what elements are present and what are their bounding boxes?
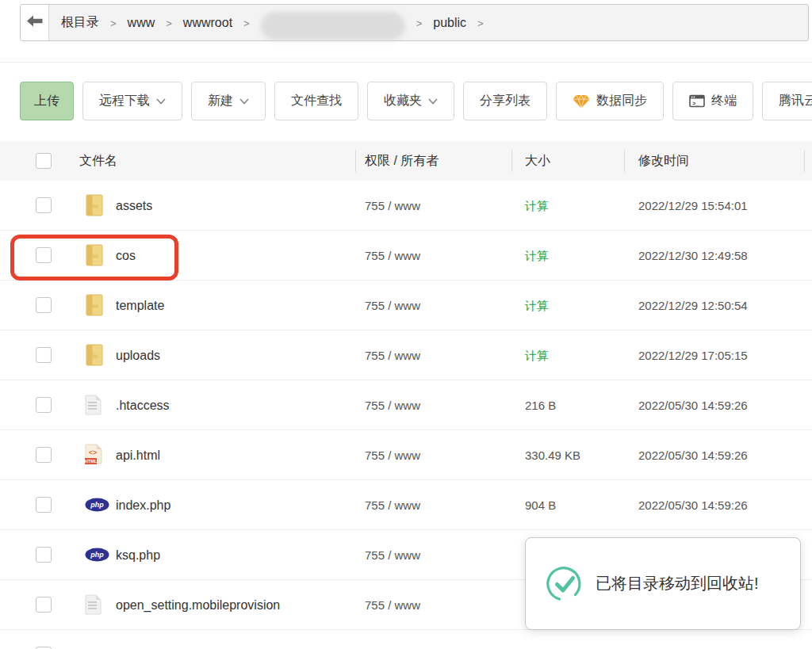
row-checkbox[interactable] [36, 397, 52, 413]
file-name[interactable]: assets [116, 181, 152, 231]
success-toast: 已将目录移动到回收站! [525, 537, 801, 630]
upload-button[interactable]: 上传 [20, 82, 74, 120]
file-search-button[interactable]: 文件查找 [274, 82, 358, 120]
file-name[interactable]: index.php [116, 480, 170, 530]
column-divider [511, 150, 512, 172]
breadcrumb-separator: > [166, 17, 172, 29]
row-checkbox[interactable] [36, 347, 52, 363]
table-row: <> HTML php api.html 755 / www 330.49 KB… [0, 430, 812, 480]
favorites-button[interactable]: 收藏夹 [367, 82, 454, 120]
breadcrumb-item-wwwroot[interactable]: wwwroot [183, 16, 232, 30]
perm-owner: 755 / www [365, 380, 420, 430]
chevron-down-icon [156, 98, 166, 105]
svg-text:>_: >_ [692, 100, 699, 107]
column-header-size[interactable]: 大小 [525, 141, 550, 181]
share-list-button[interactable]: 分享列表 [463, 82, 547, 120]
mtime: 2022/12/29 17:05:15 [638, 330, 748, 380]
new-button-label: 新建 [208, 93, 233, 109]
perm-owner: 755 / www [365, 281, 420, 330]
chevron-down-icon [428, 98, 438, 105]
breadcrumb: 根目录 > www > wwwroot > > public > [49, 5, 484, 40]
column-divider [804, 150, 805, 172]
breadcrumb-separator: > [416, 17, 423, 29]
table-row: <> HTML php assets 755 / www 计算 2022/12/… [0, 181, 812, 231]
column-header-perm-owner: 权限 / 所有者 [365, 141, 439, 181]
breadcrumb-item-root[interactable]: 根目录 [61, 14, 99, 31]
perm-owner: 755 / www [365, 181, 420, 231]
file-size: 216 B [525, 380, 556, 430]
redacted-path-segment [261, 12, 405, 40]
file-size: 330.49 KB [525, 430, 580, 480]
back-button[interactable] [21, 5, 49, 40]
breadcrumb-item-public[interactable]: public [433, 16, 466, 30]
toolbar: 上传 远程下载 新建 文件查找 收藏夹 分享列表 数据同步 [20, 82, 812, 120]
svg-text:php: php [90, 501, 104, 509]
file-name[interactable]: ksq.php [116, 530, 160, 580]
row-checkbox[interactable] [36, 447, 52, 463]
svg-text:<>: <> [89, 449, 98, 456]
chevron-down-icon [239, 98, 249, 105]
column-divider [624, 150, 625, 172]
remote-download-button[interactable]: 远程下载 [82, 82, 182, 120]
file-size[interactable]: 计算 [525, 181, 549, 231]
path-bar: 根目录 > www > wwwroot > > public > [20, 4, 809, 41]
tencent-cos-button[interactable]: 腾讯云 [762, 82, 812, 120]
mtime: 2022/12/29 12:50:54 [638, 281, 748, 330]
mtime: 2022/12/30 12:49:58 [638, 231, 748, 281]
terminal-label: 终端 [711, 93, 737, 109]
file-size[interactable]: 计算 [525, 231, 549, 281]
new-button[interactable]: 新建 [191, 82, 266, 120]
text-file-icon [85, 395, 102, 415]
perm-owner: 755 / www [365, 330, 420, 380]
select-all-checkbox[interactable] [36, 153, 52, 169]
row-checkbox[interactable] [36, 597, 52, 613]
file-size: 904 B [525, 480, 556, 530]
file-name[interactable]: open_setting.mobileprovision [116, 580, 280, 630]
breadcrumb-separator: > [243, 17, 250, 29]
back-arrow-icon [27, 15, 43, 30]
terminal-button[interactable]: >_ 终端 [672, 82, 753, 120]
folder-icon [85, 344, 104, 366]
mtime: 2022/05/30 14:59:26 [638, 430, 748, 480]
file-name[interactable]: .htaccess [116, 380, 170, 430]
table-row: <> HTML php uploads 755 / www 计算 2022/12… [0, 330, 812, 380]
php-file-icon: php [85, 498, 109, 512]
breadcrumb-item-www[interactable]: www [128, 16, 155, 30]
column-header-name[interactable]: 文件名 [79, 141, 117, 181]
share-list-label: 分享列表 [480, 93, 530, 109]
row-checkbox[interactable] [36, 247, 52, 263]
php-file-icon: php [85, 548, 109, 562]
perm-owner: 755 / www [365, 530, 420, 580]
folder-icon [85, 194, 104, 216]
remote-download-label: 远程下载 [99, 93, 150, 109]
terminal-icon: >_ [689, 94, 705, 108]
favorites-label: 收藏夹 [384, 93, 422, 109]
table-row: <> HTML php .htaccess 755 / www 216 B 20… [0, 380, 812, 430]
perm-owner: 755 / www [365, 231, 420, 281]
file-name[interactable]: template [116, 281, 164, 330]
column-header-mtime[interactable]: 修改时间 [638, 141, 689, 181]
file-name[interactable]: cos [116, 231, 136, 281]
folder-icon [85, 294, 104, 316]
perm-owner: 755 / www [365, 580, 420, 630]
html-file-icon: <> HTML [85, 444, 103, 466]
folder-icon [85, 244, 104, 266]
mtime: 2022/05/30 14:59:26 [638, 480, 748, 530]
row-checkbox[interactable] [36, 197, 52, 213]
svg-text:HTML: HTML [85, 459, 98, 464]
check-circle-icon [546, 566, 583, 602]
toast-message: 已将目录移动到回收站! [596, 573, 759, 594]
svg-text:php: php [90, 551, 104, 559]
perm-owner: 755 / www [365, 480, 420, 530]
file-name[interactable]: uploads [116, 330, 160, 380]
row-checkbox[interactable] [36, 547, 52, 563]
row-checkbox[interactable] [36, 497, 52, 513]
file-size[interactable]: 计算 [525, 330, 549, 380]
file-size[interactable]: 计算 [525, 281, 549, 330]
data-sync-button[interactable]: 数据同步 [556, 82, 664, 120]
mtime: 2022/12/29 15:54:01 [638, 181, 748, 231]
file-name[interactable]: api.html [116, 430, 160, 480]
row-checkbox[interactable] [36, 297, 52, 313]
breadcrumb-separator: > [477, 17, 484, 29]
table-row: <> HTML php template 755 / www 计算 2022/1… [0, 281, 812, 330]
